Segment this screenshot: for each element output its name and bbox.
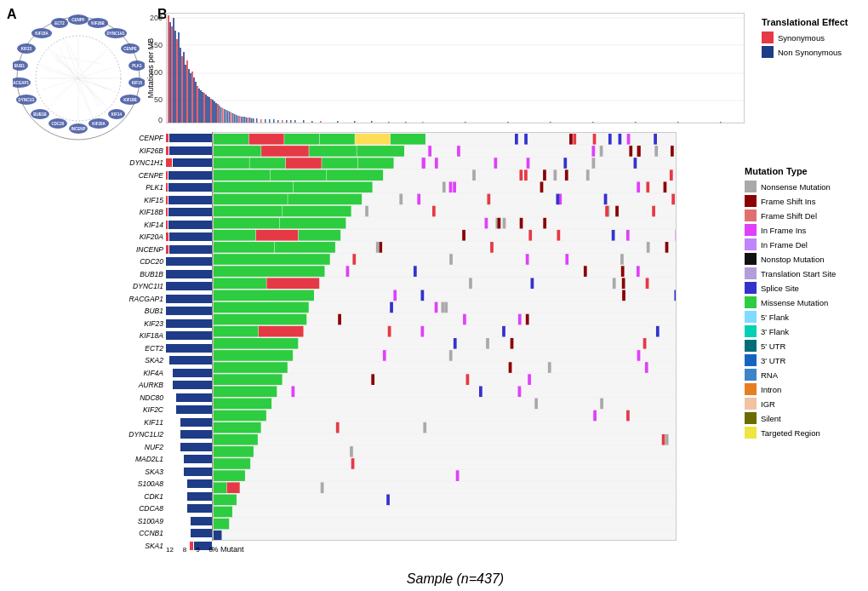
svg-rect-239 — [288, 194, 362, 205]
side-bar-row — [166, 132, 212, 145]
side-bar-row — [166, 527, 212, 540]
svg-rect-232 — [453, 181, 456, 192]
svg-rect-348 — [423, 422, 426, 433]
mutation-matrix: CENPFKIF26BDYNC1H1CENPEPLK1KIF15KIF18BKI… — [98, 132, 745, 558]
svg-rect-358 — [214, 482, 226, 493]
svg-rect-132 — [388, 122, 390, 123]
side-bar-red — [166, 232, 168, 241]
svg-rect-99 — [226, 110, 227, 123]
svg-rect-202 — [637, 146, 641, 157]
side-bar-red — [166, 171, 168, 180]
svg-text:CENPF: CENPF — [71, 18, 85, 22]
mutation-legend-color — [745, 340, 757, 352]
svg-rect-194 — [309, 146, 357, 157]
side-bar-row — [166, 255, 212, 268]
svg-rect-77 — [188, 69, 190, 123]
side-bar-blue — [168, 183, 212, 192]
gene-label: CDCA8 — [98, 502, 166, 515]
synonymous-color — [762, 32, 774, 43]
gene-label: KIF20A — [98, 231, 166, 244]
svg-rect-215 — [422, 158, 425, 169]
svg-rect-67 — [171, 26, 173, 123]
svg-rect-117 — [260, 119, 262, 123]
sample-label: Sample (n=437) — [166, 571, 745, 587]
svg-rect-85 — [202, 92, 203, 123]
mutation-legend-color — [745, 195, 757, 207]
svg-rect-299 — [393, 290, 397, 301]
svg-rect-206 — [249, 158, 285, 169]
mutation-legend-color — [745, 238, 757, 250]
mutation-legend-item: 5' Flank — [745, 311, 864, 323]
gene-label: MAD2L1 — [98, 453, 166, 466]
side-bar-blue — [173, 369, 212, 377]
svg-rect-220 — [327, 169, 383, 181]
gene-label: KIF23 — [98, 318, 166, 330]
svg-rect-260 — [520, 218, 523, 229]
svg-rect-106 — [237, 116, 239, 123]
svg-rect-349 — [214, 434, 258, 445]
svg-rect-189 — [573, 134, 576, 145]
svg-rect-197 — [671, 146, 674, 157]
mutation-legend-label: Intron — [761, 385, 781, 394]
mutation-legend-label: 5' Flank — [761, 313, 789, 322]
svg-rect-71 — [178, 32, 180, 123]
svg-text:KIF20A: KIF20A — [92, 122, 106, 126]
svg-rect-277 — [490, 242, 494, 253]
svg-rect-93 — [215, 103, 217, 123]
svg-rect-346 — [214, 422, 261, 433]
svg-rect-296 — [613, 278, 616, 289]
side-bar-row — [166, 515, 212, 528]
mutation-legend-label: Targeted Region — [761, 428, 820, 438]
svg-rect-94 — [217, 104, 219, 123]
svg-rect-340 — [214, 399, 271, 410]
side-bar-row — [166, 354, 212, 367]
mutation-legend-item: Splice Site — [745, 282, 864, 294]
svg-rect-246 — [556, 194, 559, 205]
svg-rect-105 — [236, 115, 237, 123]
svg-rect-304 — [390, 302, 393, 313]
svg-rect-350 — [662, 434, 665, 445]
gene-label: CENPF — [98, 132, 166, 145]
svg-rect-248 — [283, 206, 351, 217]
side-bar-blue — [169, 134, 212, 142]
svg-rect-240 — [399, 194, 403, 205]
svg-rect-109 — [243, 117, 244, 123]
side-bar-blue — [191, 517, 212, 525]
svg-rect-196 — [457, 146, 460, 157]
svg-rect-95 — [219, 106, 220, 123]
svg-rect-179 — [284, 134, 319, 145]
svg-rect-195 — [357, 146, 404, 157]
side-bar-row — [166, 293, 212, 306]
side-bar-row — [166, 206, 212, 219]
svg-rect-190 — [569, 134, 573, 145]
svg-rect-178 — [249, 134, 284, 145]
gene-label: KIF14 — [98, 219, 166, 232]
svg-rect-310 — [338, 314, 341, 325]
svg-rect-247 — [214, 206, 283, 217]
svg-rect-68 — [173, 18, 174, 123]
svg-rect-114 — [251, 118, 253, 123]
svg-rect-185 — [619, 134, 622, 145]
mutation-legend-color — [745, 354, 757, 366]
mutation-legend-label: Translation Start Site — [761, 269, 836, 278]
side-bar-blue — [169, 245, 212, 254]
gene-label: DYNC1H1 — [98, 157, 166, 169]
svg-rect-301 — [421, 290, 425, 301]
side-bar-red — [166, 196, 168, 204]
side-bar-blue — [166, 319, 212, 328]
svg-rect-235 — [664, 181, 667, 192]
svg-rect-204 — [600, 146, 603, 157]
svg-rect-103 — [232, 113, 234, 123]
side-bar-row — [166, 453, 212, 466]
side-bar-blue — [180, 418, 213, 427]
side-bar-blue — [166, 331, 212, 340]
svg-rect-356 — [214, 470, 245, 481]
svg-rect-231 — [449, 181, 453, 192]
side-bar-row — [166, 231, 212, 244]
svg-rect-344 — [593, 410, 597, 422]
side-bar-blue — [168, 221, 212, 229]
synonymous-label: Synonymous — [778, 33, 825, 43]
svg-rect-263 — [214, 230, 255, 241]
svg-rect-265 — [299, 230, 340, 241]
side-bar-row — [166, 342, 212, 355]
